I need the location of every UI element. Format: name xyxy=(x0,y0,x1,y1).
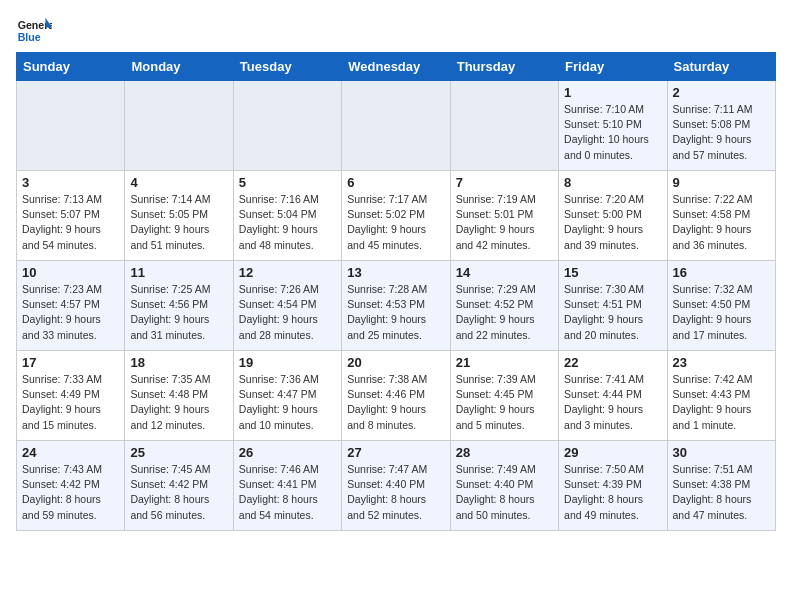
calendar-cell: 26Sunrise: 7:46 AM Sunset: 4:41 PM Dayli… xyxy=(233,441,341,531)
calendar-cell: 2Sunrise: 7:11 AM Sunset: 5:08 PM Daylig… xyxy=(667,81,775,171)
day-info: Sunrise: 7:11 AM Sunset: 5:08 PM Dayligh… xyxy=(673,102,770,163)
day-info: Sunrise: 7:26 AM Sunset: 4:54 PM Dayligh… xyxy=(239,282,336,343)
day-info: Sunrise: 7:51 AM Sunset: 4:38 PM Dayligh… xyxy=(673,462,770,523)
calendar-cell: 15Sunrise: 7:30 AM Sunset: 4:51 PM Dayli… xyxy=(559,261,667,351)
calendar-cell: 22Sunrise: 7:41 AM Sunset: 4:44 PM Dayli… xyxy=(559,351,667,441)
calendar-cell: 23Sunrise: 7:42 AM Sunset: 4:43 PM Dayli… xyxy=(667,351,775,441)
day-info: Sunrise: 7:19 AM Sunset: 5:01 PM Dayligh… xyxy=(456,192,553,253)
day-number: 8 xyxy=(564,175,661,190)
calendar-cell: 14Sunrise: 7:29 AM Sunset: 4:52 PM Dayli… xyxy=(450,261,558,351)
calendar-cell: 13Sunrise: 7:28 AM Sunset: 4:53 PM Dayli… xyxy=(342,261,450,351)
day-number: 30 xyxy=(673,445,770,460)
calendar-cell: 6Sunrise: 7:17 AM Sunset: 5:02 PM Daylig… xyxy=(342,171,450,261)
day-info: Sunrise: 7:43 AM Sunset: 4:42 PM Dayligh… xyxy=(22,462,119,523)
calendar-cell: 3Sunrise: 7:13 AM Sunset: 5:07 PM Daylig… xyxy=(17,171,125,261)
day-info: Sunrise: 7:39 AM Sunset: 4:45 PM Dayligh… xyxy=(456,372,553,433)
calendar-cell: 29Sunrise: 7:50 AM Sunset: 4:39 PM Dayli… xyxy=(559,441,667,531)
day-info: Sunrise: 7:36 AM Sunset: 4:47 PM Dayligh… xyxy=(239,372,336,433)
day-info: Sunrise: 7:42 AM Sunset: 4:43 PM Dayligh… xyxy=(673,372,770,433)
calendar-week-row: 3Sunrise: 7:13 AM Sunset: 5:07 PM Daylig… xyxy=(17,171,776,261)
calendar-cell: 30Sunrise: 7:51 AM Sunset: 4:38 PM Dayli… xyxy=(667,441,775,531)
calendar-cell xyxy=(233,81,341,171)
calendar-cell: 8Sunrise: 7:20 AM Sunset: 5:00 PM Daylig… xyxy=(559,171,667,261)
day-info: Sunrise: 7:22 AM Sunset: 4:58 PM Dayligh… xyxy=(673,192,770,253)
calendar-cell: 4Sunrise: 7:14 AM Sunset: 5:05 PM Daylig… xyxy=(125,171,233,261)
day-info: Sunrise: 7:13 AM Sunset: 5:07 PM Dayligh… xyxy=(22,192,119,253)
weekday-header: Sunday xyxy=(17,53,125,81)
weekday-header: Friday xyxy=(559,53,667,81)
day-number: 11 xyxy=(130,265,227,280)
calendar-cell: 5Sunrise: 7:16 AM Sunset: 5:04 PM Daylig… xyxy=(233,171,341,261)
logo: General Blue xyxy=(16,16,56,44)
day-info: Sunrise: 7:46 AM Sunset: 4:41 PM Dayligh… xyxy=(239,462,336,523)
day-number: 2 xyxy=(673,85,770,100)
calendar: SundayMondayTuesdayWednesdayThursdayFrid… xyxy=(16,52,776,531)
calendar-cell: 1Sunrise: 7:10 AM Sunset: 5:10 PM Daylig… xyxy=(559,81,667,171)
day-number: 28 xyxy=(456,445,553,460)
calendar-cell: 20Sunrise: 7:38 AM Sunset: 4:46 PM Dayli… xyxy=(342,351,450,441)
calendar-cell: 11Sunrise: 7:25 AM Sunset: 4:56 PM Dayli… xyxy=(125,261,233,351)
day-info: Sunrise: 7:33 AM Sunset: 4:49 PM Dayligh… xyxy=(22,372,119,433)
day-info: Sunrise: 7:14 AM Sunset: 5:05 PM Dayligh… xyxy=(130,192,227,253)
day-number: 7 xyxy=(456,175,553,190)
day-number: 26 xyxy=(239,445,336,460)
calendar-body: 1Sunrise: 7:10 AM Sunset: 5:10 PM Daylig… xyxy=(17,81,776,531)
day-number: 9 xyxy=(673,175,770,190)
weekday-header: Thursday xyxy=(450,53,558,81)
calendar-week-row: 10Sunrise: 7:23 AM Sunset: 4:57 PM Dayli… xyxy=(17,261,776,351)
calendar-cell: 16Sunrise: 7:32 AM Sunset: 4:50 PM Dayli… xyxy=(667,261,775,351)
day-number: 29 xyxy=(564,445,661,460)
day-number: 18 xyxy=(130,355,227,370)
day-number: 5 xyxy=(239,175,336,190)
calendar-cell: 25Sunrise: 7:45 AM Sunset: 4:42 PM Dayli… xyxy=(125,441,233,531)
svg-text:Blue: Blue xyxy=(18,31,41,43)
day-info: Sunrise: 7:30 AM Sunset: 4:51 PM Dayligh… xyxy=(564,282,661,343)
day-info: Sunrise: 7:45 AM Sunset: 4:42 PM Dayligh… xyxy=(130,462,227,523)
day-number: 25 xyxy=(130,445,227,460)
calendar-cell: 10Sunrise: 7:23 AM Sunset: 4:57 PM Dayli… xyxy=(17,261,125,351)
calendar-header-row: SundayMondayTuesdayWednesdayThursdayFrid… xyxy=(17,53,776,81)
day-info: Sunrise: 7:41 AM Sunset: 4:44 PM Dayligh… xyxy=(564,372,661,433)
day-number: 16 xyxy=(673,265,770,280)
calendar-cell xyxy=(125,81,233,171)
weekday-header: Tuesday xyxy=(233,53,341,81)
day-info: Sunrise: 7:28 AM Sunset: 4:53 PM Dayligh… xyxy=(347,282,444,343)
day-number: 19 xyxy=(239,355,336,370)
calendar-cell: 18Sunrise: 7:35 AM Sunset: 4:48 PM Dayli… xyxy=(125,351,233,441)
day-info: Sunrise: 7:29 AM Sunset: 4:52 PM Dayligh… xyxy=(456,282,553,343)
day-info: Sunrise: 7:47 AM Sunset: 4:40 PM Dayligh… xyxy=(347,462,444,523)
day-number: 6 xyxy=(347,175,444,190)
calendar-cell: 24Sunrise: 7:43 AM Sunset: 4:42 PM Dayli… xyxy=(17,441,125,531)
day-number: 23 xyxy=(673,355,770,370)
day-number: 1 xyxy=(564,85,661,100)
day-number: 15 xyxy=(564,265,661,280)
day-number: 3 xyxy=(22,175,119,190)
day-number: 22 xyxy=(564,355,661,370)
day-info: Sunrise: 7:17 AM Sunset: 5:02 PM Dayligh… xyxy=(347,192,444,253)
calendar-cell: 12Sunrise: 7:26 AM Sunset: 4:54 PM Dayli… xyxy=(233,261,341,351)
day-info: Sunrise: 7:10 AM Sunset: 5:10 PM Dayligh… xyxy=(564,102,661,163)
calendar-week-row: 1Sunrise: 7:10 AM Sunset: 5:10 PM Daylig… xyxy=(17,81,776,171)
day-info: Sunrise: 7:20 AM Sunset: 5:00 PM Dayligh… xyxy=(564,192,661,253)
day-number: 14 xyxy=(456,265,553,280)
day-number: 27 xyxy=(347,445,444,460)
calendar-cell: 21Sunrise: 7:39 AM Sunset: 4:45 PM Dayli… xyxy=(450,351,558,441)
day-info: Sunrise: 7:49 AM Sunset: 4:40 PM Dayligh… xyxy=(456,462,553,523)
calendar-cell xyxy=(17,81,125,171)
day-number: 4 xyxy=(130,175,227,190)
day-info: Sunrise: 7:32 AM Sunset: 4:50 PM Dayligh… xyxy=(673,282,770,343)
logo-icon: General Blue xyxy=(16,16,52,44)
day-number: 13 xyxy=(347,265,444,280)
calendar-cell: 19Sunrise: 7:36 AM Sunset: 4:47 PM Dayli… xyxy=(233,351,341,441)
calendar-cell: 7Sunrise: 7:19 AM Sunset: 5:01 PM Daylig… xyxy=(450,171,558,261)
weekday-header: Monday xyxy=(125,53,233,81)
day-number: 24 xyxy=(22,445,119,460)
day-number: 21 xyxy=(456,355,553,370)
calendar-cell: 27Sunrise: 7:47 AM Sunset: 4:40 PM Dayli… xyxy=(342,441,450,531)
day-number: 17 xyxy=(22,355,119,370)
calendar-cell xyxy=(342,81,450,171)
weekday-header: Saturday xyxy=(667,53,775,81)
calendar-cell: 9Sunrise: 7:22 AM Sunset: 4:58 PM Daylig… xyxy=(667,171,775,261)
weekday-header: Wednesday xyxy=(342,53,450,81)
day-info: Sunrise: 7:23 AM Sunset: 4:57 PM Dayligh… xyxy=(22,282,119,343)
